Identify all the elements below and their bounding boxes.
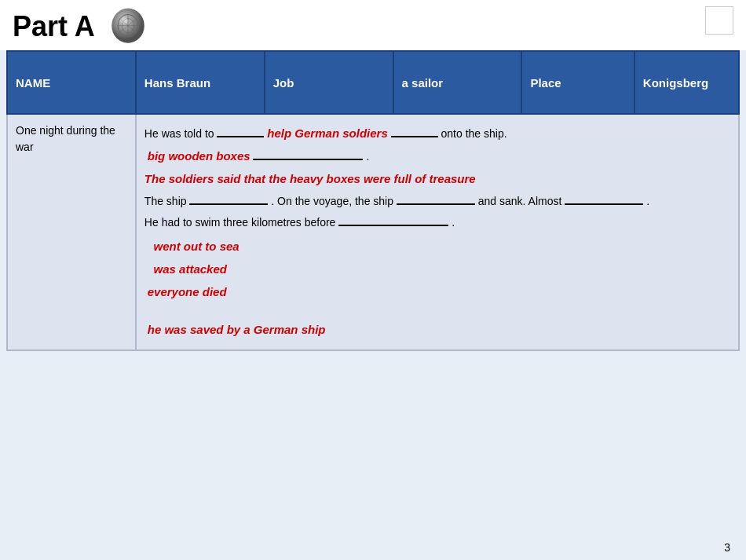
- answer-7: he was saved by a German ship: [148, 323, 326, 336]
- line-3b: The ship . On the voyage, the ship and s…: [144, 192, 730, 211]
- blank-4: [338, 215, 448, 226]
- answer-2: big wooden boxes: [148, 149, 250, 163]
- svg-point-7: [119, 17, 127, 24]
- line-answer4: went out to sea: [144, 236, 730, 257]
- line1-prefix: He was told to: [144, 127, 214, 140]
- line3-mid: . On the voyage, the ship: [271, 195, 393, 207]
- line4-prefix: He had to swim three kilometres before: [144, 216, 336, 229]
- line-2: big wooden boxes .: [144, 145, 730, 167]
- line-answer5: was attacked: [144, 258, 730, 280]
- line-4: He had to swim three kilometres before .: [144, 213, 730, 232]
- page-title: Part A: [13, 10, 95, 43]
- blank-1a: [217, 126, 264, 137]
- line-3a: The soldiers said that the heavy boxes w…: [144, 168, 730, 189]
- line1-suffix: onto the ship.: [441, 127, 507, 140]
- content-cell: He was told to help German soldiers onto…: [136, 114, 739, 350]
- answer-1: help German soldiers: [267, 126, 387, 140]
- blank-3a: [189, 194, 268, 205]
- blank-3c: [565, 194, 643, 205]
- blank-1b: [391, 126, 438, 137]
- page-number: 3: [724, 541, 730, 554]
- col-header-konig: Konigsberg: [634, 51, 739, 114]
- col-header-hans: Hans Braun: [136, 51, 265, 114]
- context-cell: One night during the war: [7, 114, 136, 350]
- context-text: One night during the war: [16, 124, 115, 153]
- blank-2: [253, 149, 363, 160]
- main-table: NAME Hans Braun Job a sailor Place Konig…: [6, 50, 740, 351]
- line3-prefix: The ship: [144, 195, 187, 207]
- line3-end: .: [646, 195, 649, 207]
- line-1: He was told to help German soldiers onto…: [144, 123, 730, 144]
- col-header-name: NAME: [7, 51, 136, 114]
- line4-suffix: .: [452, 216, 455, 229]
- answer-5: was attacked: [154, 262, 227, 276]
- answer-6: everyone died: [148, 285, 227, 298]
- table-row: One night during the war He was told to …: [7, 114, 739, 350]
- col-header-sailor: a sailor: [393, 51, 522, 114]
- answer-3: The soldiers said that the heavy boxes w…: [144, 172, 476, 185]
- col-header-place: Place: [521, 51, 634, 114]
- table-wrapper: NAME Hans Braun Job a sailor Place Konig…: [0, 50, 746, 351]
- cell-content-wrapper: He was told to help German soldiers onto…: [144, 123, 730, 340]
- answer-4: went out to sea: [154, 240, 240, 253]
- col-header-job: Job: [265, 51, 393, 114]
- line-answer7: he was saved by a German ship: [144, 319, 730, 340]
- speaker-icon[interactable]: [108, 6, 148, 47]
- line-answer6: everyone died: [144, 281, 730, 302]
- page-header: Part A: [0, 0, 746, 50]
- table-header-row: NAME Hans Braun Job a sailor Place Konig…: [7, 51, 739, 114]
- line3-suffix: and sank. Almost: [478, 195, 562, 207]
- line2-suffix: .: [366, 150, 369, 163]
- top-right-box: [705, 6, 733, 35]
- blank-3b: [397, 194, 475, 205]
